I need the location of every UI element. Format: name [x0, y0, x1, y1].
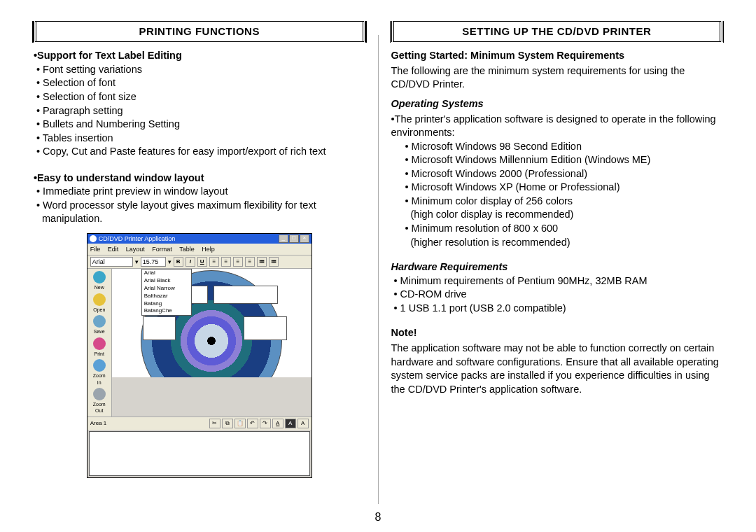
bold-button[interactable]: B — [174, 257, 183, 267]
menu-table[interactable]: Table — [179, 246, 195, 253]
list-item-note: (higher resolution is recommended) — [391, 236, 723, 250]
left-section-title: PRINTING FUNCTIONS — [34, 21, 365, 42]
label-text-box[interactable] — [143, 316, 176, 340]
getting-started-head: Getting Started: Minimum System Requirem… — [391, 49, 723, 63]
list-item: • Font setting variations — [34, 63, 365, 77]
formatting-toolbar: Arial ▾ 15.75 ▾ B I U ≡ ≡ ≡ ≡ ≔ ≔ — [88, 255, 312, 269]
new-button[interactable]: New — [91, 271, 108, 290]
list-item: • 1 USB 1.1 port (USB 2.0 compatible) — [391, 302, 723, 316]
list-item: • Microsoft Windows 2000 (Professional) — [391, 167, 723, 181]
list-item: • Minimum resolution of 800 x 600 — [391, 222, 723, 236]
menu-edit[interactable]: Edit — [108, 246, 119, 253]
copy-button[interactable]: ⧉ — [222, 419, 233, 428]
window-layout-head: •Easy to understand window layout — [34, 172, 365, 186]
list-item: • Immediate print preview in window layo… — [34, 185, 365, 199]
align-left-button[interactable]: ≡ — [209, 257, 219, 267]
list-item: • Microsoft Windows 98 Second Edition — [391, 140, 723, 154]
operating-systems-head: Operating Systems — [391, 97, 723, 111]
redo-button[interactable]: ↷ — [260, 419, 271, 428]
text-label-editing-head: •Support for Text Label Editing — [34, 49, 365, 63]
cut-button[interactable]: ✂ — [209, 419, 220, 428]
app-icon — [90, 235, 97, 242]
save-button[interactable]: Save — [91, 315, 108, 335]
font-name-select[interactable]: Arial — [90, 257, 133, 267]
list-item: • Word processor style layout gives maxi… — [34, 199, 365, 226]
print-button[interactable]: Print — [91, 337, 108, 357]
label-text-box[interactable] — [244, 316, 287, 340]
list-item: • Selection of font — [34, 76, 365, 90]
align-center-button[interactable]: ≡ — [221, 257, 231, 267]
label-text-box[interactable] — [214, 286, 278, 304]
bullets-button[interactable]: ≔ — [257, 257, 267, 267]
text-edit-area[interactable] — [89, 431, 310, 476]
underline-button[interactable]: U — [197, 257, 207, 267]
list-item: • Paragraph setting — [34, 104, 365, 118]
window-title: CD/DVD Printer Application — [99, 234, 176, 243]
titlebar: CD/DVD Printer Application _ □ × — [88, 234, 312, 244]
open-button[interactable]: Open — [91, 293, 108, 313]
undo-button[interactable]: ↶ — [247, 419, 258, 428]
os-intro: •The printer's application software is d… — [391, 113, 723, 140]
disc-canvas[interactable]: Arial Arial Black Arial Narrow Balthazar… — [112, 269, 312, 377]
app-screenshot: CD/DVD Printer Application _ □ × File Ed… — [87, 233, 312, 478]
list-item: • Minimum color display of 256 colors — [391, 195, 723, 209]
right-column: SETTING UP THE CD/DVD PRINTER Getting St… — [379, 21, 736, 525]
menu-file[interactable]: File — [90, 246, 101, 253]
color-button[interactable]: A — [272, 419, 284, 428]
align-right-button[interactable]: ≡ — [233, 257, 243, 267]
list-item: • Microsoft Windows XP (Home or Professi… — [391, 181, 723, 195]
zoom-out-button[interactable]: Zoom Out — [91, 388, 108, 414]
list-item: • Selection of font size — [34, 90, 365, 104]
list-item: • Copy, Cut and Paste features for easy … — [34, 145, 365, 159]
manual-page: PRINTING FUNCTIONS •Support for Text Lab… — [0, 0, 756, 532]
font-button[interactable]: A — [298, 419, 309, 428]
list-item-note: (high color display is recommended) — [391, 208, 723, 222]
font-size-select[interactable]: 15.75 — [141, 257, 166, 267]
list-item: • Microsoft Windows Millennium Edition (… — [391, 153, 723, 167]
note-head: Note! — [391, 326, 723, 340]
italic-button[interactable]: I — [186, 257, 195, 267]
bg-color-button[interactable]: A — [285, 419, 296, 428]
minimize-button[interactable]: _ — [279, 234, 288, 243]
close-button[interactable]: × — [300, 234, 309, 243]
getting-started-para: The following are the minimum system req… — [391, 64, 723, 92]
paste-button[interactable]: 📋 — [234, 419, 246, 428]
hardware-req-head: Hardware Requirements — [391, 260, 723, 274]
list-item: • Bullets and Numbering Setting — [34, 118, 365, 132]
right-section-title: SETTING UP THE CD/DVD PRINTER — [391, 21, 723, 42]
font-dropdown-list[interactable]: Arial Arial Black Arial Narrow Balthazar… — [141, 269, 192, 316]
numbering-button[interactable]: ≔ — [269, 257, 279, 267]
align-justify-button[interactable]: ≡ — [245, 257, 255, 267]
list-item: • Minimum requirements of Pentium 90MHz,… — [391, 274, 723, 288]
zoom-in-button[interactable]: Zoom In — [91, 359, 108, 386]
menu-layout[interactable]: Layout — [126, 246, 145, 253]
page-number: 8 — [0, 511, 756, 524]
note-para: The application software may not be able… — [391, 342, 723, 396]
menubar: File Edit Layout Format Table Help — [88, 244, 312, 255]
menu-format[interactable]: Format — [152, 246, 172, 253]
side-toolbar: New Open Save Print Zoom In Zoom Out — [88, 269, 112, 416]
menu-help[interactable]: Help — [202, 246, 215, 253]
maximize-button[interactable]: □ — [289, 234, 299, 243]
left-column: PRINTING FUNCTIONS •Support for Text Lab… — [21, 21, 378, 525]
list-item: • Tables insertion — [34, 132, 365, 146]
bottom-toolbar: Area 1 ✂ ⧉ 📋 ↶ ↷ A A A — [88, 416, 312, 430]
area-label: Area 1 — [90, 420, 107, 428]
list-item: • CD-ROM drive — [391, 288, 723, 302]
